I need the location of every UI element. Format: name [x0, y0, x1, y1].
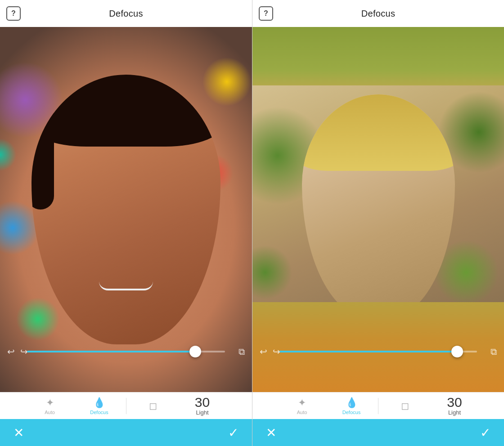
cancel-button-right[interactable]: ✕	[266, 425, 276, 440]
slider-fill-right	[279, 351, 457, 352]
tool-defocus-left[interactable]: 💧 Defocus	[75, 397, 124, 415]
face-portrait-right	[302, 94, 455, 319]
slider-area-right[interactable]	[252, 343, 504, 361]
defocus-icon-right: 💧	[346, 397, 358, 409]
slider-track-right[interactable]	[279, 351, 477, 352]
help-button-left[interactable]: ?	[6, 6, 21, 21]
action-bar-right: ✕ ✓	[252, 419, 504, 446]
tool-auto-left[interactable]: ✦ Auto	[25, 397, 75, 415]
photo-background-right	[252, 27, 504, 392]
auto-label-left: Auto	[45, 410, 55, 415]
face-portrait-left	[32, 75, 220, 344]
header-right: ? Defocus	[252, 0, 504, 27]
slider-thumb-left[interactable]	[189, 346, 201, 357]
copy-button-left[interactable]: ⧉	[238, 347, 245, 357]
defocus-icon-left: 💧	[93, 397, 105, 409]
value-label-left: Light	[196, 409, 208, 416]
photo-portrait-right	[252, 85, 504, 319]
tool-light-icon-left[interactable]: ◻	[128, 400, 178, 412]
photo-area-left: ↩ ↪ ⧉	[0, 27, 252, 392]
auto-label-right: Auto	[297, 410, 307, 415]
confirm-button-right[interactable]: ✓	[480, 425, 490, 440]
copy-button-right[interactable]: ⧉	[490, 347, 497, 357]
auto-icon-right: ✦	[298, 397, 306, 409]
panel-right: ? Defocus ↩ ↪ ⧉ ✦ Auto	[252, 0, 504, 446]
title-right: Defocus	[361, 9, 395, 19]
defocus-label-left: Defocus	[90, 410, 108, 415]
eraser-icon-left: ◻	[149, 400, 157, 412]
value-display-right: 30 Light	[430, 396, 479, 416]
panel-left: ? Defocus ↩ ↪ ⧉ ✦ Au	[0, 0, 252, 446]
auto-icon-left: ✦	[46, 397, 54, 409]
help-button-right[interactable]: ?	[259, 6, 273, 21]
defocus-label-right: Defocus	[342, 410, 360, 415]
value-number-right: 30	[447, 396, 462, 409]
cancel-button-left[interactable]: ✕	[14, 425, 24, 440]
tool-eraser-right[interactable]: ◻	[380, 400, 430, 412]
title-left: Defocus	[109, 9, 143, 19]
slider-area-left[interactable]	[0, 343, 252, 361]
tool-defocus-right[interactable]: 💧 Defocus	[327, 397, 376, 415]
slider-thumb-right[interactable]	[451, 346, 463, 357]
value-label-right: Light	[448, 409, 461, 416]
header-left: ? Defocus	[0, 0, 252, 27]
smile-left	[99, 281, 153, 290]
slider-track-left[interactable]	[27, 351, 225, 352]
value-display-left: 30 Light	[178, 396, 227, 416]
divider-left	[126, 398, 126, 414]
photo-area-right: ↩ ↪ ⧉	[252, 27, 504, 392]
photo-background-left	[0, 27, 252, 392]
confirm-button-left[interactable]: ✓	[228, 425, 238, 440]
tool-auto-right[interactable]: ✦ Auto	[277, 397, 327, 415]
face-left	[0, 27, 252, 392]
action-bar-left: ✕ ✓	[0, 419, 252, 446]
slider-fill-left	[27, 351, 195, 352]
toolbar-right: ✦ Auto 💧 Defocus ◻ 30 Light	[252, 392, 504, 419]
eraser-icon-right: ◻	[401, 400, 409, 412]
toolbar-left: ✦ Auto 💧 Defocus ◻ 30 Light	[0, 392, 252, 419]
value-number-left: 30	[195, 396, 210, 409]
divider-right	[378, 398, 378, 414]
